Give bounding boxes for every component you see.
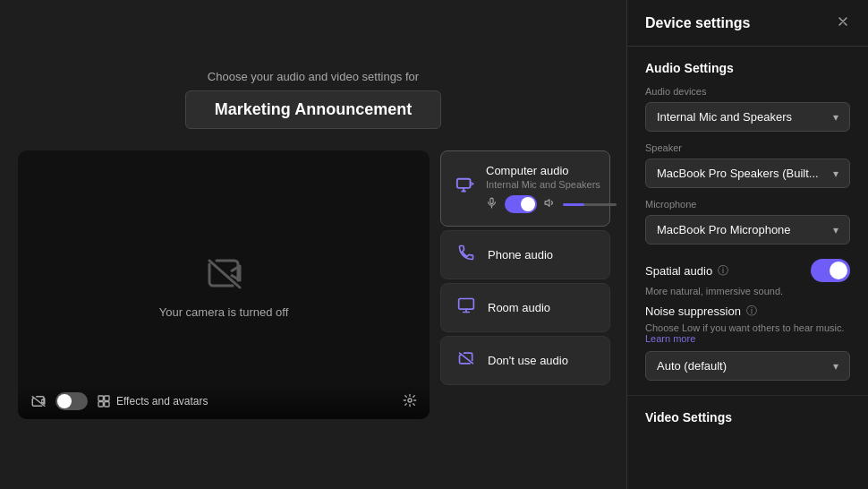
svg-rect-3 xyxy=(105,402,109,407)
audio-devices-dropdown[interactable]: Internal Mic and Speakers ▾ xyxy=(645,102,850,132)
meeting-title-box: Marketing Announcement xyxy=(185,90,441,129)
spatial-audio-toggle[interactable] xyxy=(811,259,850,282)
close-button[interactable] xyxy=(836,14,850,31)
noise-suppression-value: Auto (default) xyxy=(657,359,826,373)
video-audio-row: Your camera is turned off xyxy=(18,150,608,419)
video-settings-title: Video Settings xyxy=(627,396,868,439)
computer-audio-content: Computer audio Internal Mic and Speakers xyxy=(486,164,617,213)
camera-slash-icon xyxy=(30,393,47,409)
spatial-audio-description: More natural, immersive sound. xyxy=(645,286,850,296)
spatial-audio-label: Spatial audio ⓘ xyxy=(645,263,728,279)
noise-suppression-description: Choose Low if you want others to hear mu… xyxy=(645,322,850,344)
phone-audio-option[interactable]: Phone audio xyxy=(440,230,610,279)
phone-audio-icon xyxy=(455,244,477,266)
svg-rect-5 xyxy=(457,179,471,188)
chevron-down-icon: ▾ xyxy=(833,111,838,124)
phone-audio-content: Phone audio xyxy=(488,248,553,262)
mic-icon-small xyxy=(486,196,498,212)
spatial-audio-info-icon[interactable]: ⓘ xyxy=(718,263,728,279)
effects-label-text: Effects and avatars xyxy=(116,395,208,408)
device-settings-header: Device settings xyxy=(627,0,868,47)
speaker-dropdown[interactable]: MacBook Pro Speakers (Built... ▾ xyxy=(645,159,850,188)
room-audio-option[interactable]: Room audio xyxy=(440,283,610,332)
svg-rect-2 xyxy=(98,402,103,407)
gear-icon xyxy=(403,393,417,408)
audio-settings-section: Audio Settings Audio devices Internal Mi… xyxy=(627,47,868,396)
effects-area: Effects and avatars xyxy=(97,394,394,408)
svg-rect-6 xyxy=(490,198,493,204)
meeting-subtitle: Choose your audio and video settings for xyxy=(185,70,441,83)
audio-settings-title: Audio Settings xyxy=(645,61,850,75)
audio-devices-value: Internal Mic and Speakers xyxy=(657,110,826,124)
noise-suppression-dropdown[interactable]: Auto (default) ▾ xyxy=(645,351,850,381)
room-audio-title: Room audio xyxy=(488,301,550,314)
svg-rect-1 xyxy=(105,396,109,400)
no-audio-title: Don't use audio xyxy=(488,354,568,367)
chevron-down-icon-mic: ▾ xyxy=(833,224,838,236)
camera-on-off-toggle[interactable] xyxy=(55,392,88,410)
computer-audio-title: Computer audio xyxy=(486,164,617,177)
right-panel: Device settings Audio Settings Audio dev… xyxy=(626,0,868,489)
volume-bar xyxy=(563,203,617,206)
camera-toggle-button[interactable] xyxy=(30,393,47,409)
learn-more-link[interactable]: Learn more xyxy=(645,333,695,344)
close-icon xyxy=(836,14,850,29)
computer-audio-controls xyxy=(486,195,617,213)
meeting-title-area: Choose your audio and video settings for… xyxy=(185,70,441,129)
room-audio-content: Room audio xyxy=(488,301,550,314)
computer-audio-device: Internal Mic and Speakers xyxy=(486,179,617,190)
no-audio-content: Don't use audio xyxy=(488,354,568,367)
left-panel: Choose your audio and video settings for… xyxy=(0,0,626,489)
camera-off-icon xyxy=(202,252,245,295)
audio-options-panel: Computer audio Internal Mic and Speakers xyxy=(440,150,610,389)
computer-audio-option[interactable]: Computer audio Internal Mic and Speakers xyxy=(440,150,610,227)
phone-audio-title: Phone audio xyxy=(488,248,553,262)
svg-rect-0 xyxy=(98,396,103,400)
speaker-icon-small xyxy=(544,196,556,212)
microphone-value: MacBook Pro Microphone xyxy=(657,223,826,236)
speaker-label: Speaker xyxy=(645,142,850,153)
effects-icon xyxy=(97,394,111,408)
no-audio-option[interactable]: Don't use audio xyxy=(440,336,610,385)
video-bottom-bar: Effects and avatars xyxy=(18,383,430,419)
room-audio-icon xyxy=(455,296,477,319)
mic-toggle[interactable] xyxy=(505,195,537,213)
svg-point-4 xyxy=(408,399,412,402)
audio-devices-label: Audio devices xyxy=(645,86,850,97)
chevron-down-icon-noise: ▾ xyxy=(833,360,838,373)
svg-rect-7 xyxy=(459,299,474,310)
video-settings-button[interactable] xyxy=(403,393,417,410)
noise-suppression-row: Noise suppression ⓘ xyxy=(645,304,850,319)
microphone-dropdown[interactable]: MacBook Pro Microphone ▾ xyxy=(645,215,850,244)
microphone-label: Microphone xyxy=(645,199,850,210)
noise-suppression-info-icon[interactable]: ⓘ xyxy=(746,304,757,319)
noise-suppression-label: Noise suppression ⓘ xyxy=(645,304,757,319)
computer-audio-icon xyxy=(455,176,475,201)
spatial-audio-row: Spatial audio ⓘ xyxy=(645,259,850,282)
chevron-down-icon-speaker: ▾ xyxy=(833,167,838,180)
no-audio-icon xyxy=(455,349,477,372)
device-settings-title: Device settings xyxy=(645,15,750,31)
speaker-value: MacBook Pro Speakers (Built... xyxy=(657,167,826,180)
camera-off-text: Your camera is turned off xyxy=(159,305,289,319)
video-preview: Your camera is turned off xyxy=(18,150,430,419)
